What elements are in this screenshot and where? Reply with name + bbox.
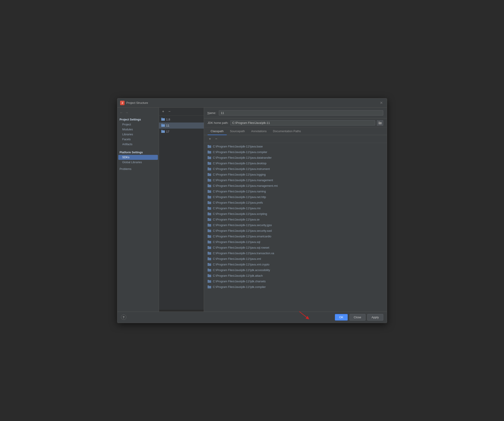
cp-folder-icon bbox=[208, 268, 211, 272]
cp-folder-icon bbox=[208, 156, 211, 160]
svg-rect-56 bbox=[208, 263, 211, 266]
svg-rect-48 bbox=[208, 241, 211, 243]
cp-folder-icon bbox=[208, 218, 211, 222]
classpath-item: C:\Program Files\Java\jdk-11!\jdk.compil… bbox=[204, 284, 387, 290]
jdk-home-row: JDK home path: bbox=[204, 119, 387, 128]
cp-folder-icon bbox=[208, 229, 211, 233]
svg-rect-53 bbox=[208, 252, 209, 252]
ok-button[interactable]: OK bbox=[335, 314, 348, 320]
classpath-add-button[interactable]: + bbox=[208, 136, 213, 141]
app-icon: J bbox=[120, 101, 125, 105]
svg-rect-41 bbox=[208, 218, 209, 219]
cp-folder-icon bbox=[208, 150, 211, 154]
svg-rect-4 bbox=[161, 118, 163, 119]
svg-rect-58 bbox=[208, 269, 211, 272]
sdk-list: 1.8 11 17 bbox=[159, 116, 204, 310]
close-button-footer[interactable]: Close bbox=[349, 314, 366, 320]
sidebar-item-problems[interactable]: Problems bbox=[117, 166, 159, 172]
svg-rect-35 bbox=[208, 201, 209, 202]
classpath-item: C:\Program Files\Java\jdk-11!\java.rmi bbox=[204, 206, 387, 211]
browse-button[interactable] bbox=[377, 120, 383, 126]
svg-rect-50 bbox=[208, 247, 211, 249]
sidebar-item-facets[interactable]: Facets bbox=[117, 137, 159, 142]
svg-rect-37 bbox=[208, 207, 209, 208]
classpath-item: C:\Program Files\Java\jdk-11!\java.instr… bbox=[204, 166, 387, 172]
svg-rect-16 bbox=[208, 151, 211, 154]
nav-arrows: ← → bbox=[117, 109, 159, 117]
cp-folder-icon bbox=[208, 240, 211, 244]
svg-rect-29 bbox=[208, 184, 209, 185]
cp-folder-icon bbox=[208, 207, 211, 210]
cp-folder-icon bbox=[208, 201, 211, 205]
titlebar-left: J Project Structure bbox=[120, 101, 148, 105]
svg-rect-33 bbox=[208, 196, 209, 196]
cp-folder-icon bbox=[208, 252, 211, 255]
svg-rect-61 bbox=[208, 274, 209, 275]
sdk-item-17[interactable]: 17 bbox=[159, 129, 204, 135]
svg-rect-57 bbox=[208, 263, 209, 264]
tab-annotations[interactable]: Annotations bbox=[248, 128, 270, 135]
main-content: ← → Project Settings Project Modules Lib… bbox=[117, 108, 387, 312]
sdk-add-button[interactable]: + bbox=[161, 109, 166, 114]
classpath-item: C:\Program Files\Java\jdk-11!\java.xml bbox=[204, 256, 387, 262]
cp-folder-icon bbox=[208, 167, 211, 171]
apply-button[interactable]: Apply bbox=[367, 314, 383, 320]
sidebar-item-modules[interactable]: Modules bbox=[117, 127, 159, 132]
svg-rect-39 bbox=[208, 212, 209, 213]
sidebar-item-global-libraries[interactable]: Global Libraries bbox=[117, 160, 159, 165]
sidebar: ← → Project Settings Project Modules Lib… bbox=[117, 108, 159, 312]
svg-rect-20 bbox=[208, 162, 211, 165]
svg-rect-7 bbox=[161, 124, 163, 125]
svg-rect-38 bbox=[208, 213, 211, 215]
svg-rect-17 bbox=[208, 151, 209, 151]
sdk-folder-icon bbox=[161, 118, 165, 121]
classpath-remove-button[interactable]: − bbox=[214, 136, 219, 141]
svg-rect-24 bbox=[208, 173, 211, 176]
svg-rect-54 bbox=[208, 258, 211, 260]
tab-classpath[interactable]: Classpath bbox=[208, 128, 227, 135]
classpath-item: C:\Program Files\Java\jdk-11!\java.se bbox=[204, 217, 387, 223]
name-input[interactable] bbox=[219, 110, 383, 116]
svg-rect-22 bbox=[208, 168, 211, 170]
tab-documentation-paths[interactable]: Documentation Paths bbox=[270, 128, 304, 135]
sdk-remove-button[interactable]: − bbox=[167, 109, 172, 114]
classpath-list: C:\Program Files\Java\jdk-11!\java.base … bbox=[204, 143, 387, 312]
classpath-item: C:\Program Files\Java\jdk-11!\java.datat… bbox=[204, 155, 387, 161]
nav-back-button[interactable]: ← bbox=[119, 110, 124, 115]
tab-sourcepath[interactable]: Sourcepath bbox=[227, 128, 248, 135]
sidebar-item-artifacts[interactable]: Artifacts bbox=[117, 142, 159, 147]
jdk-home-input[interactable] bbox=[230, 120, 375, 125]
svg-text:J: J bbox=[122, 102, 123, 104]
svg-rect-45 bbox=[208, 229, 209, 230]
cp-folder-icon bbox=[208, 178, 211, 182]
cp-folder-icon bbox=[208, 235, 211, 238]
classpath-item: C:\Program Files\Java\jdk-11!\jdk.attach bbox=[204, 273, 387, 279]
sdk-item-1.8[interactable]: 1.8 bbox=[159, 116, 204, 123]
classpath-item: C:\Program Files\Java\jdk-11!\java.secur… bbox=[204, 223, 387, 228]
cp-folder-icon bbox=[208, 173, 211, 177]
sdk-folder-icon-11 bbox=[161, 124, 165, 127]
svg-rect-27 bbox=[208, 179, 209, 179]
svg-rect-62 bbox=[208, 280, 211, 283]
classpath-item: C:\Program Files\Java\jdk-11!\java.namin… bbox=[204, 189, 387, 195]
close-button[interactable]: ✕ bbox=[379, 100, 384, 106]
sdk-scrollbar[interactable] bbox=[159, 310, 204, 312]
dialog-footer: ? OK Close Apply bbox=[117, 312, 387, 323]
svg-rect-10 bbox=[161, 130, 163, 130]
nav-forward-button[interactable]: → bbox=[125, 110, 129, 115]
cp-folder-icon bbox=[208, 280, 211, 284]
classpath-item: C:\Program Files\Java\jdk-11!\java.manag… bbox=[204, 183, 387, 189]
sidebar-item-project[interactable]: Project bbox=[117, 122, 159, 127]
svg-rect-42 bbox=[208, 224, 211, 226]
sidebar-item-sdks[interactable]: SDKs bbox=[118, 155, 158, 160]
classpath-item: C:\Program Files\Java\jdk-11!\java.net.h… bbox=[204, 195, 387, 200]
cp-folder-icon bbox=[208, 190, 211, 194]
svg-rect-44 bbox=[208, 230, 211, 232]
sdk-item-11[interactable]: 11 bbox=[159, 123, 204, 129]
classpath-item: C:\Program Files\Java\jdk-11!\java.secur… bbox=[204, 228, 387, 234]
svg-rect-51 bbox=[208, 246, 209, 247]
help-button[interactable]: ? bbox=[121, 314, 126, 320]
cp-folder-icon bbox=[208, 257, 211, 261]
sidebar-item-libraries[interactable]: Libraries bbox=[117, 132, 159, 137]
name-label: Name: bbox=[208, 111, 216, 115]
